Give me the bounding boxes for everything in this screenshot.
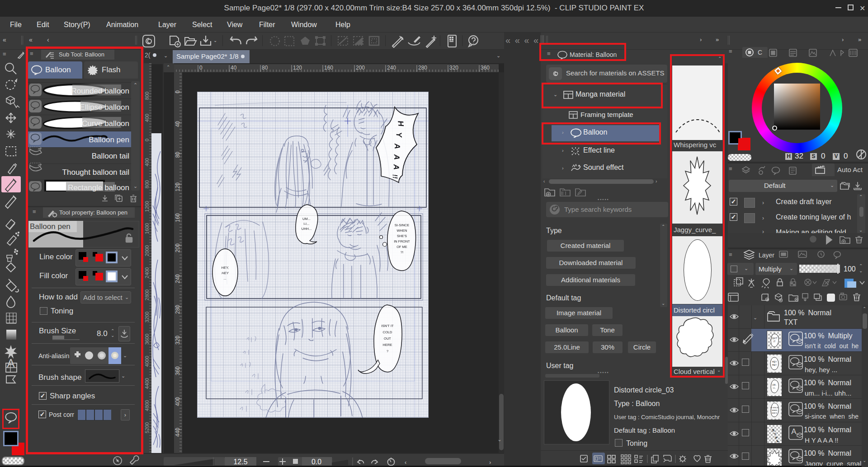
svg-text:160: 160 bbox=[324, 65, 333, 71]
svg-text:440: 440 bbox=[175, 428, 181, 437]
svg-text:320: 320 bbox=[175, 336, 181, 345]
svg-text:0.0: 0.0 bbox=[311, 458, 321, 466]
svg-text:UM...: UM... bbox=[302, 217, 311, 221]
svg-text:Y: Y bbox=[773, 432, 777, 436]
svg-text:WHEN: WHEN bbox=[772, 409, 777, 411]
svg-text:160: 160 bbox=[175, 213, 181, 222]
svg-text:5200: 5200 bbox=[144, 422, 150, 433]
svg-text:200: 200 bbox=[356, 65, 365, 71]
svg-text:3200: 3200 bbox=[144, 312, 150, 322]
svg-text:A: A bbox=[791, 427, 797, 436]
svg-text:240: 240 bbox=[175, 274, 181, 283]
svg-text:A: A bbox=[392, 154, 401, 160]
svg-text:UHH...: UHH... bbox=[302, 227, 312, 231]
svg-text:HEY: HEY bbox=[222, 271, 229, 275]
svg-text:360: 360 bbox=[481, 65, 490, 71]
svg-text:A: A bbox=[393, 143, 402, 149]
svg-text:OF ME: OF ME bbox=[396, 245, 407, 249]
svg-text:I-I...: I-I... bbox=[304, 222, 310, 226]
svg-text:4800: 4800 bbox=[144, 400, 150, 411]
svg-text:40: 40 bbox=[175, 121, 181, 127]
svg-text:1600: 1600 bbox=[144, 223, 150, 234]
svg-text:120: 120 bbox=[175, 182, 181, 191]
svg-text:2000: 2000 bbox=[144, 245, 150, 256]
svg-text:?!: ?! bbox=[401, 250, 403, 254]
svg-text:HERE: HERE bbox=[383, 343, 392, 347]
svg-text:80: 80 bbox=[262, 65, 268, 71]
svg-text:IT: IT bbox=[774, 340, 775, 343]
svg-text:360: 360 bbox=[175, 366, 181, 375]
svg-text:120: 120 bbox=[293, 65, 302, 71]
svg-text:400: 400 bbox=[144, 158, 150, 166]
svg-text:COLD: COLD bbox=[383, 330, 392, 334]
svg-text:A: A bbox=[7, 356, 15, 370]
svg-text:SI-SINCE: SI-SINCE bbox=[770, 406, 778, 409]
svg-text:?: ? bbox=[387, 349, 388, 353]
svg-text:320: 320 bbox=[449, 65, 458, 71]
svg-text:800: 800 bbox=[144, 180, 150, 188]
svg-text:4000: 4000 bbox=[144, 356, 150, 367]
svg-text:0: 0 bbox=[175, 90, 181, 93]
svg-text:240: 240 bbox=[387, 65, 396, 71]
svg-text:ISN'T: ISN'T bbox=[772, 337, 777, 340]
svg-text:ISN'T IT: ISN'T IT bbox=[381, 324, 394, 328]
svg-text:280: 280 bbox=[418, 65, 427, 71]
svg-text:40: 40 bbox=[231, 65, 237, 71]
svg-text:1200: 1200 bbox=[144, 201, 150, 212]
svg-text:280: 280 bbox=[175, 305, 181, 314]
svg-text:4400: 4400 bbox=[144, 378, 150, 389]
svg-text:SHE'S: SHE'S bbox=[772, 412, 777, 414]
svg-text:OUT: OUT bbox=[384, 336, 391, 341]
svg-text:I-I..: I-I.. bbox=[773, 387, 776, 389]
svg-text:H: H bbox=[771, 429, 775, 432]
svg-text:400: 400 bbox=[144, 114, 150, 122]
svg-text:IN FRONT: IN FRONT bbox=[394, 239, 410, 243]
svg-text:HEY: HEY bbox=[772, 364, 777, 366]
svg-text:A: A bbox=[392, 163, 401, 170]
svg-text:400: 400 bbox=[175, 397, 181, 406]
svg-text:SHE'S: SHE'S bbox=[397, 234, 407, 238]
svg-text:800: 800 bbox=[144, 92, 150, 100]
svg-text:HEY: HEY bbox=[772, 360, 777, 363]
svg-text:...: ... bbox=[224, 276, 226, 280]
svg-text:12.5: 12.5 bbox=[233, 458, 247, 466]
svg-text:›: › bbox=[489, 459, 491, 466]
svg-text:HEY,: HEY, bbox=[222, 266, 229, 270]
svg-text:SI-SINCE: SI-SINCE bbox=[395, 223, 410, 227]
svg-text:2400: 2400 bbox=[144, 267, 150, 278]
svg-text:3600: 3600 bbox=[144, 334, 150, 345]
svg-text:‹: ‹ bbox=[405, 459, 406, 466]
svg-text:UM..: UM.. bbox=[772, 384, 777, 386]
svg-text:0: 0 bbox=[199, 65, 203, 71]
svg-text:A: A bbox=[776, 439, 779, 443]
svg-text:2800: 2800 bbox=[144, 290, 150, 300]
svg-text:200: 200 bbox=[175, 243, 181, 252]
svg-text:!!: !! bbox=[392, 174, 399, 179]
svg-text:80: 80 bbox=[175, 152, 181, 158]
svg-text:0: 0 bbox=[144, 139, 150, 141]
svg-text:A: A bbox=[774, 435, 778, 439]
svg-text:WHEN: WHEN bbox=[397, 229, 407, 233]
